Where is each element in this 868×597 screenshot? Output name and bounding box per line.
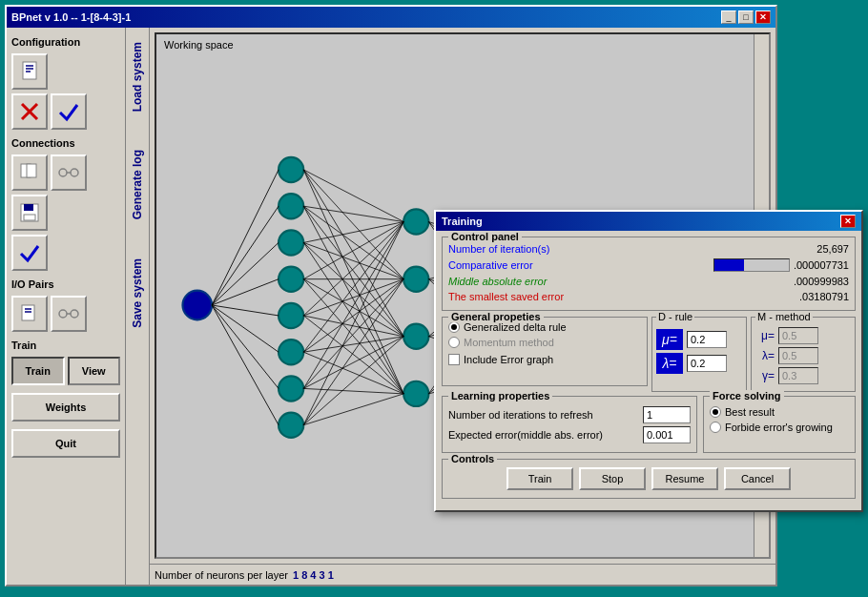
- connection-buttons2: [11, 195, 120, 231]
- force-solving-label: Force solving: [710, 390, 784, 401]
- svg-point-8: [59, 169, 67, 176]
- svg-line-62: [303, 279, 403, 352]
- svg-point-27: [279, 376, 303, 401]
- svg-line-50: [303, 242, 403, 278]
- lambda-input[interactable]: [687, 355, 727, 372]
- load-system-button[interactable]: Load system: [131, 42, 144, 112]
- connections-label: Connections: [11, 137, 120, 149]
- svg-line-30: [212, 206, 279, 305]
- best-result-label: Best result: [725, 406, 775, 418]
- io-new-button[interactable]: [11, 296, 48, 332]
- cancel-button[interactable]: Cancel: [724, 467, 791, 490]
- iter-refresh-input[interactable]: [643, 406, 691, 423]
- svg-point-38: [403, 267, 428, 292]
- mid-abs-error-value: .000999983: [794, 276, 849, 287]
- momentum-radio[interactable]: [448, 337, 460, 348]
- svg-point-22: [279, 194, 303, 218]
- resume-button[interactable]: Resume: [651, 467, 718, 490]
- left-panel: Configuration Connections: [7, 28, 126, 585]
- conn-save-button[interactable]: [11, 195, 48, 231]
- svg-point-24: [279, 267, 303, 292]
- svg-point-20: [182, 291, 212, 320]
- include-error-checkbox[interactable]: [448, 354, 460, 365]
- save-system-button[interactable]: Save system: [131, 258, 144, 328]
- include-error-option[interactable]: Include Error graph: [448, 354, 641, 365]
- momentum-option[interactable]: Momentum method: [448, 337, 641, 348]
- configuration-buttons: [11, 53, 120, 90]
- new-config-button[interactable]: [11, 53, 48, 90]
- window-title: BPnet v 1.0 -- 1-[8-4-3]-1: [11, 11, 131, 23]
- configuration-label: Configuration: [11, 36, 120, 48]
- io-link-button[interactable]: [51, 296, 87, 332]
- comp-error-value: .000007731: [794, 259, 849, 271]
- expected-error-input[interactable]: [643, 426, 691, 443]
- connection-buttons3: [11, 235, 120, 271]
- view-button[interactable]: View: [68, 357, 121, 385]
- gen-delta-radio[interactable]: [448, 321, 460, 333]
- train-ctrl-button[interactable]: Train: [506, 467, 573, 490]
- svg-line-32: [212, 279, 279, 305]
- svg-line-34: [212, 305, 279, 352]
- iter-refresh-row: Number od iterations to refresh: [448, 406, 691, 423]
- m-mu-row: μ=: [755, 327, 851, 344]
- dialog-content: Control panel Number of iteration(s) 25,…: [436, 231, 861, 510]
- quit-button[interactable]: Quit: [11, 429, 120, 458]
- maximize-button[interactable]: □: [738, 10, 754, 24]
- svg-line-35: [212, 305, 279, 388]
- svg-line-48: [303, 206, 403, 394]
- svg-point-39: [403, 324, 428, 349]
- mu-input[interactable]: [687, 331, 727, 348]
- svg-line-70: [303, 279, 403, 425]
- clear-button[interactable]: [11, 93, 48, 130]
- expected-error-label: Expected error(middle abs. error): [448, 429, 639, 441]
- learning-props-row: Learning properties Number od iterations…: [442, 396, 856, 459]
- control-buttons: Train Stop Resume Cancel: [448, 463, 849, 492]
- svg-point-23: [279, 230, 303, 255]
- check-button[interactable]: [51, 93, 87, 130]
- gen-delta-rule-option[interactable]: Generalized delta rule: [448, 321, 641, 333]
- stop-button[interactable]: Stop: [579, 467, 646, 490]
- best-result-radio[interactable]: [710, 406, 721, 418]
- io-pairs-label: I/O Pairs: [11, 278, 120, 290]
- weights-button[interactable]: Weights: [11, 393, 120, 422]
- minimize-button[interactable]: _: [721, 10, 736, 24]
- m-mu-input[interactable]: [778, 327, 818, 344]
- learning-props-group: Learning properties Number od iterations…: [442, 396, 697, 453]
- title-bar: BPnet v 1.0 -- 1-[8-4-3]-1 _ □ ✕: [7, 7, 775, 28]
- svg-rect-0: [23, 62, 36, 79]
- d-rule-group: D - rule μ= λ=: [651, 317, 747, 392]
- m-gamma-input[interactable]: [778, 367, 818, 384]
- conn-check-button[interactable]: [11, 235, 48, 271]
- m-method-group: M - method μ= λ= γ=: [751, 317, 856, 392]
- mid-abs-error-row: Middle absolute error .000999983: [448, 274, 849, 289]
- generate-log-button[interactable]: Generate log: [131, 150, 144, 219]
- best-result-option[interactable]: Best result: [710, 406, 849, 418]
- svg-point-17: [59, 310, 67, 318]
- vertical-sidebar: Load system Generate log Save system: [126, 28, 150, 585]
- controls-label: Controls: [448, 453, 497, 464]
- d-rule-label: D - rule: [656, 311, 694, 322]
- train-button[interactable]: Train: [11, 357, 65, 385]
- conn-link-button[interactable]: [51, 154, 87, 191]
- control-panel-group: Control panel Number of iteration(s) 25,…: [442, 237, 856, 311]
- momentum-label: Momentum method: [464, 337, 554, 348]
- comp-error-label: Comparative error: [448, 259, 533, 271]
- dialog-close-button[interactable]: ✕: [840, 215, 856, 228]
- lambda-symbol: λ=: [656, 353, 683, 374]
- svg-line-53: [303, 222, 403, 279]
- m-gamma-row: γ=: [755, 367, 851, 384]
- svg-line-55: [303, 279, 403, 337]
- window-controls: _ □ ✕: [721, 10, 771, 24]
- train-view-buttons: Train View: [11, 357, 120, 385]
- svg-rect-14: [22, 305, 34, 320]
- train-label: Train: [11, 340, 120, 351]
- close-button[interactable]: ✕: [755, 10, 771, 24]
- svg-line-69: [303, 222, 403, 425]
- conn-new-button[interactable]: [11, 154, 48, 191]
- mu-row: μ=: [656, 329, 742, 350]
- forbid-errors-option[interactable]: Forbide error's growing: [710, 422, 849, 433]
- forbid-errors-radio[interactable]: [710, 422, 721, 433]
- svg-rect-7: [27, 164, 36, 177]
- svg-point-18: [71, 310, 78, 318]
- m-lambda-input[interactable]: [778, 347, 818, 364]
